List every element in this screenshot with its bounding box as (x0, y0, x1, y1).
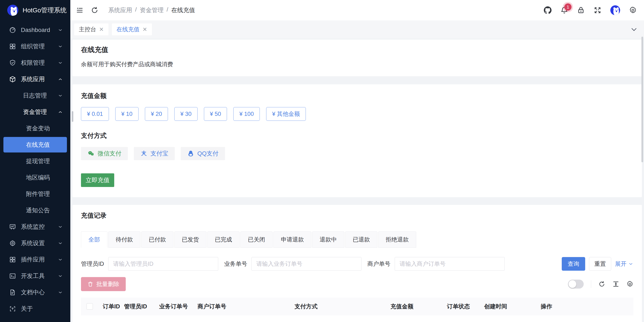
status-tab-9[interactable]: 拒绝退款 (378, 232, 416, 248)
striped-toggle[interactable] (568, 280, 584, 289)
payment-option-0[interactable]: 微信支付 (81, 147, 128, 160)
batch-delete-button[interactable]: 批量删除 (81, 277, 126, 291)
sidebar-item-label: 地区编码 (26, 174, 50, 182)
status-tab-0[interactable]: 全部 (81, 232, 108, 248)
sidebar-item-4[interactable]: 日志管理 (0, 87, 70, 104)
sidebar-item-5[interactable]: 资金管理 (0, 104, 70, 120)
chevron-down-icon (58, 44, 63, 49)
column-header-2: 业务订单号 (159, 303, 197, 310)
about-frame-icon (9, 305, 16, 313)
filter-input-2[interactable] (395, 257, 505, 271)
expand-filters-link[interactable]: 展开 (615, 260, 633, 268)
table-refresh-icon[interactable] (598, 281, 605, 288)
sidebar-item-12[interactable]: 系统监控 (0, 219, 70, 235)
amount-section-title: 充值金额 (81, 92, 633, 100)
search-button[interactable]: 查询 (562, 257, 585, 271)
payment-option-2[interactable]: QQ支付 (181, 147, 225, 160)
sidebar-item-11[interactable]: 通知公告 (0, 202, 70, 219)
amount-option-1[interactable]: ¥ 10 (115, 107, 138, 121)
amount-option-2[interactable]: ¥ 20 (145, 107, 168, 121)
sidebar-item-label: 资金管理 (23, 108, 47, 116)
payment-options: 微信支付支付宝QQ支付 (81, 147, 633, 160)
shield-check-icon (9, 59, 16, 66)
sidebar-item-14[interactable]: 插件应用 (0, 251, 70, 268)
fullscreen-icon[interactable] (594, 6, 602, 14)
sidebar-item-10[interactable]: 附件管理 (0, 186, 70, 202)
sidebar-item-8[interactable]: 提现管理 (0, 153, 70, 169)
breadcrumb-item[interactable]: 在线充值 (171, 6, 195, 14)
recharge-now-button[interactable]: 立即充值 (81, 173, 114, 187)
wechat-pay-icon (87, 150, 94, 157)
page-tab-1[interactable]: 在线充值✕ (112, 23, 152, 35)
amount-option-6[interactable]: ¥ 其他金额 (266, 107, 306, 121)
row-density-icon[interactable] (612, 281, 619, 288)
page-header-card: 在线充值 余额可用于购买付费产品或商城消费 (72, 40, 642, 76)
document-icon (9, 289, 16, 296)
sidebar-item-label: 附件管理 (26, 190, 50, 198)
status-tab-1[interactable]: 待付款 (108, 232, 140, 248)
filter-label: 业务单号 (224, 260, 247, 268)
dashboard-icon (9, 26, 16, 34)
sidebar-item-9[interactable]: 地区编码 (0, 169, 70, 186)
status-tab-8[interactable]: 已退款 (345, 232, 378, 248)
breadcrumb-item[interactable]: 系统应用 (108, 6, 132, 14)
lock-icon[interactable] (577, 6, 585, 14)
sidebar-item-7[interactable]: 在线充值 (4, 137, 67, 152)
sidebar-item-13[interactable]: 系统设置 (0, 235, 70, 251)
amount-option-0[interactable]: ¥ 0.01 (81, 107, 109, 121)
status-tab-2[interactable]: 已付款 (141, 232, 174, 248)
column-settings-gear-icon[interactable] (626, 281, 633, 288)
page-tab-0[interactable]: 主控台✕ (74, 23, 108, 35)
sidebar-item-dashboard[interactable]: Dashboard (0, 22, 70, 38)
status-tab-6[interactable]: 申请退款 (274, 232, 311, 248)
sidebar-item-2[interactable]: 权限管理 (0, 54, 70, 71)
notifications-button[interactable]: 1 (560, 6, 568, 14)
sidebar-item-6[interactable]: 资金变动 (0, 120, 70, 136)
breadcrumb-item[interactable]: 资金管理 (140, 6, 164, 14)
sidebar-item-label: 插件应用 (21, 256, 45, 264)
sidebar-item-16[interactable]: 文档中心 (0, 284, 70, 301)
select-all-checkbox[interactable] (86, 303, 93, 310)
app-logo[interactable]: HotGo管理系统 (0, 0, 70, 20)
github-icon[interactable] (544, 6, 552, 14)
user-avatar[interactable] (610, 5, 620, 15)
refresh-icon[interactable] (91, 6, 98, 14)
settings-gear-icon[interactable] (629, 6, 637, 14)
chevron-up-icon (58, 76, 63, 82)
sidebar-item-17[interactable]: 关于 (0, 301, 70, 317)
filter-group-0: 管理员ID (81, 257, 218, 271)
status-tab-7[interactable]: 退款中 (312, 232, 344, 248)
chevron-down-icon (58, 60, 63, 66)
filter-input-1[interactable] (252, 257, 362, 271)
tab-close-icon[interactable]: ✕ (142, 27, 147, 32)
status-tab-4[interactable]: 已完成 (207, 232, 240, 248)
table-toolbar: 批量删除 (81, 277, 633, 291)
tabs-dropdown-chevron-icon[interactable] (630, 26, 638, 33)
amount-option-3[interactable]: ¥ 30 (174, 107, 198, 121)
qq-pay-icon (187, 150, 194, 157)
payment-option-1[interactable]: 支付宝 (134, 147, 175, 160)
sidebar-item-3[interactable]: 系统应用 (0, 71, 70, 87)
menu-fold-icon[interactable] (76, 6, 84, 14)
status-tab-3[interactable]: 已发货 (174, 232, 206, 248)
amount-option-5[interactable]: ¥ 100 (233, 107, 260, 121)
filter-group-1: 业务单号 (224, 257, 362, 271)
reset-button[interactable]: 重置 (589, 257, 611, 271)
filter-form: 管理员ID业务单号商户单号 查询 重置 展开 (81, 257, 633, 271)
status-tab-5[interactable]: 已关闭 (240, 232, 272, 248)
chevron-down-icon (58, 224, 63, 230)
cube-icon (9, 76, 16, 83)
amount-option-4[interactable]: ¥ 50 (204, 107, 227, 121)
sidebar-item-1[interactable]: 组织管理 (0, 38, 70, 54)
filter-input-0[interactable] (108, 257, 218, 271)
app-title: HotGo管理系统 (22, 6, 67, 15)
sidebar-item-label: 日志管理 (23, 92, 47, 100)
sidebar-item-label: 资金变动 (26, 124, 50, 132)
chevron-down-icon (58, 273, 63, 279)
content-scrollbar[interactable] (642, 37, 643, 162)
sidebar-item-15[interactable]: 开发工具 (0, 268, 70, 284)
org-grid-icon (9, 43, 16, 50)
chevron-down-icon (58, 290, 63, 295)
tab-close-icon[interactable]: ✕ (99, 27, 104, 32)
sidebar-scrollbar[interactable] (72, 111, 73, 122)
